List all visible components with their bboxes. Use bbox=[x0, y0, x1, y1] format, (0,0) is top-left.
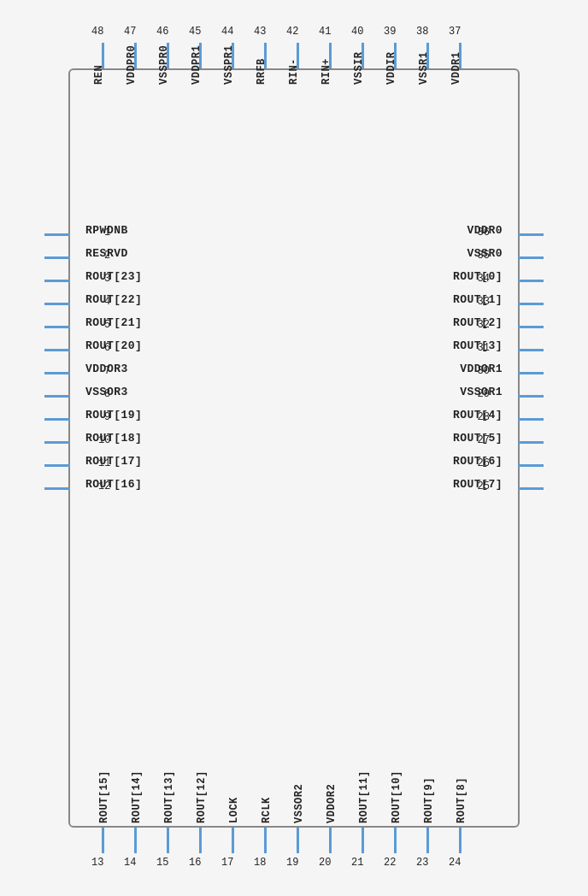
pin-label-bot-14: ROUT[14] bbox=[131, 770, 143, 823]
pin-number-top-41: 41 bbox=[319, 26, 331, 38]
pin-number-33: 33 bbox=[478, 296, 490, 308]
pin-line-bot-17 bbox=[232, 828, 234, 853]
pin-label-bot-15: ROUT[13] bbox=[163, 770, 175, 823]
pin-label-bot-20: VDDOR2 bbox=[326, 784, 338, 823]
pin-line-28 bbox=[518, 418, 544, 421]
pin-label-top-47: VDDPR0 bbox=[126, 45, 138, 85]
pin-number-1: 1 bbox=[104, 227, 110, 239]
pin-number-32: 32 bbox=[478, 319, 490, 331]
pin-number-bot-21: 21 bbox=[351, 857, 363, 869]
pin-number-29: 29 bbox=[478, 388, 490, 400]
pin-number-34: 34 bbox=[478, 273, 490, 285]
pin-number-9: 9 bbox=[104, 411, 110, 423]
pin-number-bot-24: 24 bbox=[449, 857, 461, 869]
pin-number-4: 4 bbox=[104, 296, 110, 308]
pin-number-12: 12 bbox=[98, 480, 110, 492]
pin-line-35 bbox=[518, 256, 544, 259]
pin-line-27 bbox=[518, 441, 544, 444]
pin-number-top-39: 39 bbox=[384, 26, 396, 38]
pin-number-30: 30 bbox=[478, 365, 490, 377]
pin-label-top-44: VSSPR1 bbox=[223, 45, 235, 85]
pin-line-36 bbox=[518, 233, 544, 236]
pin-number-top-42: 42 bbox=[286, 26, 298, 38]
pin-label-bot-23: ROUT[9] bbox=[423, 777, 435, 823]
pin-number-11: 11 bbox=[98, 457, 110, 469]
pin-number-top-43: 43 bbox=[254, 26, 266, 38]
pin-number-top-38: 38 bbox=[416, 26, 428, 38]
pin-label-5: ROUT[21] bbox=[85, 316, 142, 329]
pin-number-6: 6 bbox=[104, 342, 110, 354]
pin-label-top-41: RIN+ bbox=[320, 58, 332, 85]
pin-number-27: 27 bbox=[478, 434, 490, 446]
pin-label-top-45: VDDPR1 bbox=[191, 45, 203, 85]
pin-number-5: 5 bbox=[104, 319, 110, 331]
pin-line-7 bbox=[44, 372, 70, 374]
pin-line-30 bbox=[518, 372, 544, 374]
pin-number-bot-19: 19 bbox=[286, 857, 298, 869]
pin-line-26 bbox=[518, 464, 544, 467]
pin-label-4: ROUT[22] bbox=[85, 293, 142, 306]
pin-label-6: ROUT[20] bbox=[85, 339, 142, 352]
pin-number-bot-18: 18 bbox=[254, 857, 266, 869]
pin-line-9 bbox=[44, 418, 70, 421]
pin-line-6 bbox=[44, 349, 70, 351]
pin-line-25 bbox=[518, 487, 544, 490]
pin-number-top-48: 48 bbox=[91, 26, 103, 38]
pin-number-10: 10 bbox=[98, 434, 110, 446]
pin-number-top-46: 46 bbox=[156, 26, 168, 38]
pin-label-9: ROUT[19] bbox=[85, 409, 142, 421]
pin-number-top-37: 37 bbox=[449, 26, 461, 38]
pin-number-2: 2 bbox=[104, 250, 110, 262]
pin-line-3 bbox=[44, 280, 70, 282]
pin-number-7: 7 bbox=[104, 365, 110, 377]
pin-number-31: 31 bbox=[478, 342, 490, 354]
pin-line-bot-23 bbox=[426, 828, 429, 853]
pin-number-top-45: 45 bbox=[189, 26, 201, 38]
pin-number-bot-20: 20 bbox=[319, 857, 331, 869]
pin-line-10 bbox=[44, 441, 70, 444]
pin-line-bot-24 bbox=[459, 828, 462, 853]
pin-label-top-40: VSSIR bbox=[353, 51, 365, 85]
pin-number-26: 26 bbox=[478, 457, 490, 469]
pin-label-bot-24: ROUT[8] bbox=[456, 777, 467, 823]
pin-label-bot-22: ROUT[10] bbox=[391, 770, 403, 823]
pin-number-8: 8 bbox=[104, 388, 110, 400]
pin-number-bot-15: 15 bbox=[156, 857, 168, 869]
pin-number-bot-17: 17 bbox=[221, 857, 233, 869]
pin-number-top-40: 40 bbox=[351, 26, 363, 38]
pin-number-3: 3 bbox=[104, 273, 110, 285]
pin-label-top-46: VSSPR0 bbox=[158, 45, 170, 85]
pin-number-28: 28 bbox=[478, 411, 490, 423]
pin-label-bot-18: RCLK bbox=[261, 797, 273, 823]
pin-number-25: 25 bbox=[478, 480, 490, 492]
pin-line-11 bbox=[44, 464, 70, 467]
pin-line-bot-18 bbox=[264, 828, 267, 853]
pin-line-bot-13 bbox=[102, 828, 104, 853]
pin-number-36: 36 bbox=[478, 227, 490, 239]
pin-line-bot-14 bbox=[134, 828, 137, 853]
pin-line-bot-21 bbox=[362, 828, 364, 853]
pin-line-31 bbox=[518, 349, 544, 351]
pin-line-bot-16 bbox=[199, 828, 202, 853]
pin-label-top-37: VDDR1 bbox=[450, 51, 462, 85]
pin-line-29 bbox=[518, 395, 544, 398]
pin-number-35: 35 bbox=[478, 250, 490, 262]
pin-label-top-39: VDDIR bbox=[385, 51, 397, 85]
pin-number-bot-13: 13 bbox=[91, 857, 103, 869]
pin-label-bot-16: ROUT[12] bbox=[196, 770, 208, 823]
pin-label-bot-13: ROUT[15] bbox=[98, 770, 110, 823]
pin-number-bot-23: 23 bbox=[416, 857, 428, 869]
pin-line-32 bbox=[518, 326, 544, 328]
pin-line-8 bbox=[44, 395, 70, 398]
pin-line-34 bbox=[518, 280, 544, 282]
pin-label-12: ROUT[16] bbox=[85, 478, 142, 491]
pin-line-bot-15 bbox=[167, 828, 169, 853]
pin-line-bot-20 bbox=[329, 828, 332, 853]
pin-line-bot-19 bbox=[297, 828, 299, 853]
pin-label-bot-19: VSSOR2 bbox=[293, 784, 305, 823]
pin-line-5 bbox=[44, 326, 70, 328]
pin-line-33 bbox=[518, 303, 544, 305]
pin-number-bot-16: 16 bbox=[189, 857, 201, 869]
pin-line-4 bbox=[44, 303, 70, 305]
pin-line-bot-22 bbox=[394, 828, 397, 853]
